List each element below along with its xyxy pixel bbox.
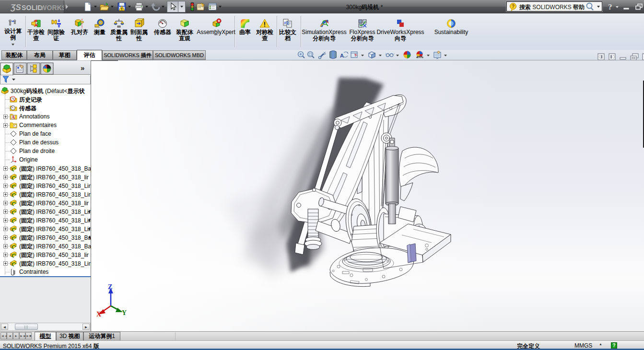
svg-text:SOLID: SOLID [22, 4, 43, 12]
svg-text:»: » [81, 64, 84, 72]
svg-text:WORKS: WORKS [40, 4, 64, 12]
svg-text:Z: Z [108, 283, 112, 291]
svg-text:ƷS: ƷS [11, 3, 21, 12]
svg-text:X: X [96, 311, 101, 318]
svg-text:A: A [340, 53, 344, 58]
svg-text:A: A [12, 115, 15, 120]
svg-text:?: ? [512, 4, 515, 9]
svg-text:?: ? [608, 2, 612, 11]
svg-text:Y: Y [122, 309, 127, 316]
